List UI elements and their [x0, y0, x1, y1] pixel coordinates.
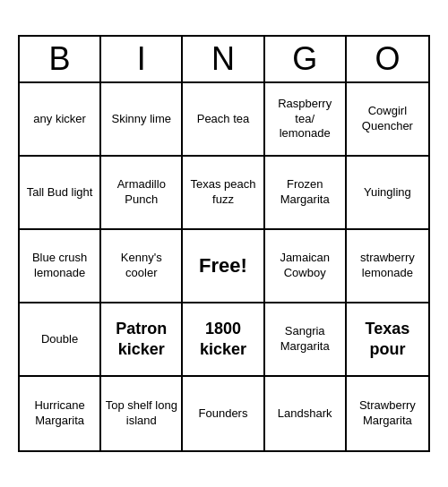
bingo-cell-21: Top shelf long island	[101, 377, 183, 450]
bingo-cell-16: Patron kicker	[101, 303, 183, 377]
bingo-cell-13: Jamaican Cowboy	[265, 230, 347, 303]
bingo-cell-8: Frozen Margarita	[265, 157, 347, 230]
bingo-cell-3: Raspberry tea/ lemonade	[265, 83, 347, 157]
bingo-cell-2: Peach tea	[183, 83, 264, 157]
bingo-cell-9: Yuingling	[347, 157, 428, 230]
bingo-cell-19: Texas pour	[347, 303, 428, 377]
header-letter-N: N	[183, 37, 264, 81]
bingo-cell-24: Strawberry Margarita	[347, 377, 428, 450]
bingo-cell-0: any kicker	[20, 83, 101, 157]
bingo-cell-11: Kenny's cooler	[101, 230, 183, 303]
bingo-cell-14: strawberry lemonade	[347, 230, 428, 303]
bingo-cell-20: Hurricane Margarita	[20, 377, 101, 450]
bingo-cell-22: Founders	[183, 377, 264, 450]
bingo-cell-17: 1800 kicker	[183, 303, 264, 377]
header-letter-G: G	[265, 37, 347, 81]
bingo-cell-10: Blue crush lemonade	[20, 230, 101, 303]
bingo-grid: any kickerSkinny limePeach teaRaspberry …	[20, 83, 428, 450]
bingo-cell-12: Free!	[183, 230, 264, 303]
bingo-header: BINGO	[20, 37, 428, 83]
bingo-cell-4: Cowgirl Quencher	[347, 83, 428, 157]
header-letter-O: O	[347, 37, 428, 81]
bingo-cell-23: Landshark	[265, 377, 347, 450]
bingo-cell-6: Armadillo Punch	[101, 157, 183, 230]
bingo-cell-15: Double	[20, 303, 101, 377]
bingo-cell-18: Sangria Margarita	[265, 303, 347, 377]
header-letter-I: I	[101, 37, 183, 81]
header-letter-B: B	[20, 37, 101, 81]
bingo-cell-5: Tall Bud light	[20, 157, 101, 230]
bingo-cell-7: Texas peach fuzz	[183, 157, 264, 230]
bingo-card: BINGO any kickerSkinny limePeach teaRasp…	[18, 35, 430, 452]
bingo-cell-1: Skinny lime	[101, 83, 183, 157]
